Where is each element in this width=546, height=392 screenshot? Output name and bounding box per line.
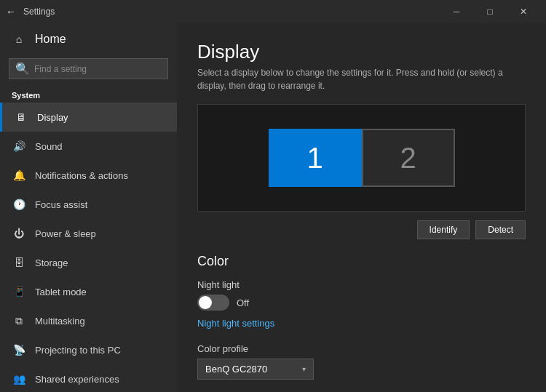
sound-label: Sound — [35, 141, 63, 152]
display-actions: Identify Detect — [197, 220, 526, 239]
multitasking-icon: ⧉ — [12, 313, 26, 328]
home-label: Home — [35, 33, 66, 46]
title-bar: ← Settings ─ □ ✕ — [0, 0, 546, 23]
minimize-button[interactable]: ─ — [440, 0, 473, 23]
search-box[interactable]: 🔍 — [9, 58, 168, 79]
home-nav-item[interactable]: ⌂ Home — [0, 23, 177, 55]
notifications-label: Notifications & actions — [35, 170, 128, 181]
display-preview-area: 1 2 — [197, 104, 526, 212]
color-profile-dropdown[interactable]: BenQ GC2870 ▾ — [197, 359, 314, 380]
power-icon: ⏻ — [12, 226, 26, 241]
search-icon: 🔍 — [15, 62, 30, 76]
sidebar-item-shared[interactable]: 👥 Shared experiences — [0, 364, 177, 392]
color-profile-label: Color profile — [197, 343, 526, 354]
color-profile-value: BenQ GC2870 — [205, 364, 267, 375]
sidebar-item-notifications[interactable]: 🔔 Notifications & actions — [0, 161, 177, 190]
sidebar: ⌂ Home 🔍 System 🖥 Display 🔊 Sound 🔔 Noti… — [0, 23, 177, 392]
night-light-toggle-label: Off — [237, 297, 249, 308]
chevron-down-icon: ▾ — [302, 365, 306, 373]
close-button[interactable]: ✕ — [507, 0, 540, 23]
home-icon: ⌂ — [12, 32, 26, 47]
notifications-icon: 🔔 — [12, 168, 26, 183]
sidebar-item-sound[interactable]: 🔊 Sound — [0, 132, 177, 161]
back-button[interactable]: ← — [6, 6, 16, 17]
storage-label: Storage — [35, 257, 68, 268]
focus-label: Focus assist — [35, 199, 87, 210]
multitasking-label: Multitasking — [35, 316, 85, 327]
display-icon: 🖥 — [14, 110, 28, 124]
focus-icon: 🕐 — [12, 197, 26, 212]
identify-button[interactable]: Identify — [417, 220, 470, 239]
shared-icon: 👥 — [12, 372, 26, 386]
color-section-title: Color — [197, 254, 526, 269]
tablet-icon: 📱 — [12, 284, 26, 299]
monitor-2[interactable]: 2 — [362, 129, 455, 187]
toggle-thumb — [199, 296, 212, 309]
content-area: Display Select a display below to change… — [177, 23, 546, 392]
projecting-label: Projecting to this PC — [35, 345, 121, 356]
title-bar-text: Settings — [23, 7, 440, 17]
detect-button[interactable]: Detect — [475, 220, 526, 239]
monitor-1[interactable]: 1 — [269, 129, 362, 187]
sidebar-item-focus[interactable]: 🕐 Focus assist — [0, 190, 177, 219]
sidebar-item-power[interactable]: ⏻ Power & sleep — [0, 219, 177, 248]
night-light-settings-link[interactable]: Night light settings — [197, 318, 274, 329]
projecting-icon: 📡 — [12, 343, 26, 357]
shared-label: Shared experiences — [35, 374, 119, 385]
maximize-button[interactable]: □ — [473, 0, 507, 23]
night-light-label: Night light — [197, 279, 526, 290]
sidebar-item-projecting[interactable]: 📡 Projecting to this PC — [0, 335, 177, 364]
night-light-toggle-row: Off — [197, 295, 526, 311]
sidebar-item-storage[interactable]: 🗄 Storage — [0, 248, 177, 277]
search-input[interactable] — [34, 64, 162, 74]
sound-icon: 🔊 — [12, 139, 26, 153]
page-description: Select a display below to change the set… — [197, 66, 526, 92]
tablet-label: Tablet mode — [35, 287, 87, 297]
title-bar-controls: ─ □ ✕ — [440, 0, 540, 23]
sidebar-item-tablet[interactable]: 📱 Tablet mode — [0, 277, 177, 306]
sidebar-item-display[interactable]: 🖥 Display — [0, 103, 177, 132]
power-label: Power & sleep — [35, 228, 96, 239]
night-light-toggle[interactable] — [197, 295, 229, 311]
color-profile-row: Color profile BenQ GC2870 ▾ — [197, 343, 526, 380]
sidebar-item-multitasking[interactable]: ⧉ Multitasking — [0, 306, 177, 335]
main-layout: ⌂ Home 🔍 System 🖥 Display 🔊 Sound 🔔 Noti… — [0, 23, 546, 392]
page-title: Display — [197, 41, 526, 63]
system-section-header: System — [0, 85, 177, 103]
storage-icon: 🗄 — [12, 255, 26, 270]
display-label: Display — [37, 112, 68, 123]
